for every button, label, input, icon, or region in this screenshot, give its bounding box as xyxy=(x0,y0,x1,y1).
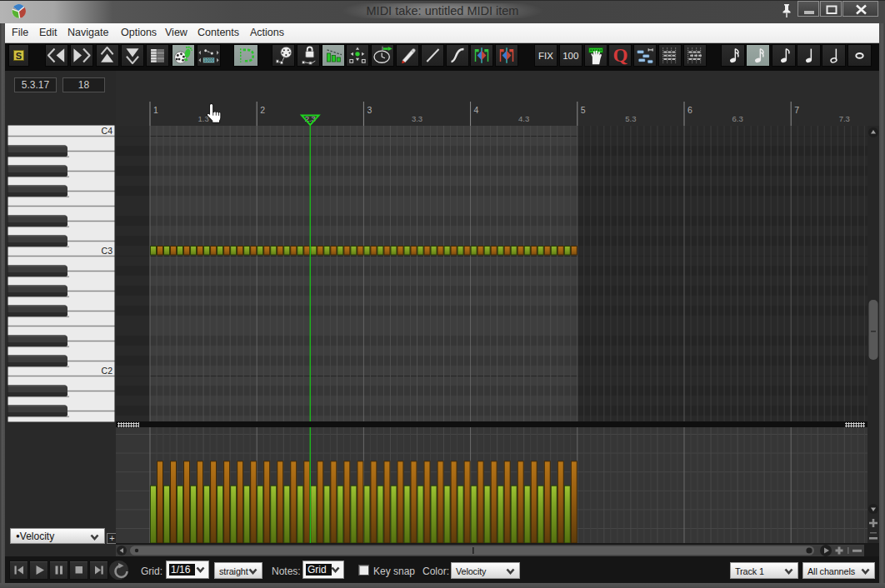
svg-text:C3: C3 xyxy=(102,246,113,256)
svg-text:C2: C2 xyxy=(102,366,113,376)
svg-text:5: 5 xyxy=(581,105,586,115)
svg-text:4: 4 xyxy=(474,105,479,115)
svg-text:6.3: 6.3 xyxy=(732,114,742,123)
svg-text:1000: 1000 xyxy=(203,57,213,62)
svg-text:1: 1 xyxy=(153,105,158,115)
svg-text:3: 3 xyxy=(367,105,372,115)
svg-text:2: 2 xyxy=(260,105,265,115)
svg-text:6: 6 xyxy=(688,105,692,115)
svg-text:C4: C4 xyxy=(102,126,113,136)
svg-text:7: 7 xyxy=(794,105,799,115)
svg-text:5.3: 5.3 xyxy=(625,114,636,123)
svg-text:4.3: 4.3 xyxy=(518,114,529,123)
svg-text:3.3: 3.3 xyxy=(412,114,422,123)
svg-text:7.3: 7.3 xyxy=(839,114,850,123)
